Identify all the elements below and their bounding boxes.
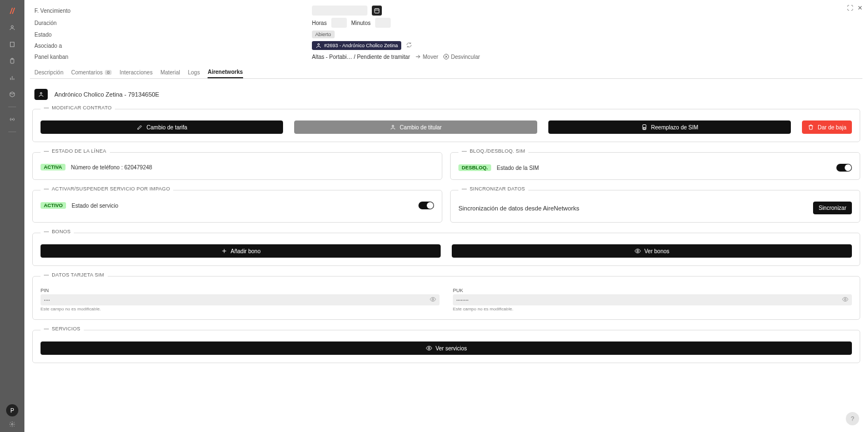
sync-text: Sincronización de datos desde AireNetwor… xyxy=(458,205,579,212)
minutos-input[interactable] xyxy=(375,18,391,28)
logo: // xyxy=(10,7,14,16)
tab-descripcion[interactable]: Descripción xyxy=(34,67,63,78)
estado-linea-text: Número de teléfono : 620479248 xyxy=(71,164,152,170)
vencimiento-input[interactable] xyxy=(312,6,367,16)
tab-comentarios[interactable]: Comentarios 0 xyxy=(71,67,112,78)
nav-users-icon[interactable] xyxy=(8,23,17,32)
tab-logs[interactable]: Logs xyxy=(188,67,200,78)
sync-button[interactable]: Sincronizar xyxy=(813,202,852,214)
desvincular-link[interactable]: Desvincular xyxy=(443,53,480,60)
svg-point-24 xyxy=(432,299,434,300)
collapse-icon[interactable]: — xyxy=(44,105,49,110)
card-sync: — SINCRONIZAR DATOS Sincronización de da… xyxy=(450,190,860,223)
tab-comentarios-count: 0 xyxy=(105,70,112,75)
nav-clipboard-icon[interactable] xyxy=(8,57,17,66)
horas-label: Horas xyxy=(312,20,327,26)
puk-input xyxy=(456,297,842,303)
svg-point-17 xyxy=(41,93,42,94)
asociado-label: Asociado a xyxy=(34,43,312,49)
svg-rect-1 xyxy=(11,42,14,47)
row-asociado: Asociado a #2693 - Andrónico Cholico Zet… xyxy=(34,40,862,51)
svg-rect-11 xyxy=(375,9,379,13)
nav-divider xyxy=(8,107,16,107)
view-bonos-label: Ver bonos xyxy=(644,248,669,254)
vencimiento-label: F. Vencimiento xyxy=(34,8,312,14)
add-bono-label: Añadir bono xyxy=(231,248,261,254)
collapse-icon[interactable]: — xyxy=(44,148,49,154)
suspender-text: Estado del servicio xyxy=(72,203,118,209)
sidebar: // P xyxy=(0,0,24,432)
window-controls: ⛶ ✕ xyxy=(847,4,862,12)
card-title-text: ACTIVAR/SUSPENDER SERVICIO POR IMPAGO xyxy=(52,186,170,192)
nav-building-icon[interactable] xyxy=(8,40,17,49)
view-bonos-button[interactable]: Ver bonos xyxy=(452,244,852,258)
gear-icon[interactable] xyxy=(8,420,17,429)
asociado-chip[interactable]: #2693 - Andrónico Cholico Zetina xyxy=(312,41,401,50)
eye-icon[interactable] xyxy=(842,296,849,304)
close-icon[interactable]: ✕ xyxy=(857,4,862,12)
card-title-text: SERVICIOS xyxy=(52,326,80,331)
mover-link[interactable]: Mover xyxy=(415,53,438,60)
reemplazo-sim-label: Reemplazo de SIM xyxy=(651,124,698,130)
refresh-icon[interactable] xyxy=(406,42,412,49)
collapse-icon[interactable]: — xyxy=(462,148,467,154)
puk-field: PUK Este campo no es modificable. xyxy=(453,288,852,312)
collapse-icon[interactable]: — xyxy=(462,186,467,192)
user-avatar[interactable]: P xyxy=(6,404,18,416)
svg-point-13 xyxy=(318,44,320,46)
collapse-icon[interactable]: — xyxy=(44,272,49,278)
view-servicios-button[interactable]: Ver servicios xyxy=(41,341,852,355)
card-title-text: MODIFICAR CONTRATO xyxy=(52,105,112,110)
duracion-label: Duración xyxy=(34,20,312,26)
collapse-icon[interactable]: — xyxy=(44,326,49,331)
help-bubble[interactable]: ? xyxy=(846,412,859,425)
eye-icon[interactable] xyxy=(430,296,436,304)
card-servicios: — SERVICIOS Ver servicios xyxy=(32,330,860,363)
add-bono-button[interactable]: Añadir bono xyxy=(41,244,441,258)
nav-broadcast-icon[interactable] xyxy=(8,115,17,124)
bloq-toggle[interactable] xyxy=(836,164,852,172)
tabs: Descripción Comentarios 0 Interacciones … xyxy=(30,67,862,79)
svg-point-9 xyxy=(12,119,13,120)
pin-input xyxy=(44,297,430,303)
svg-point-18 xyxy=(392,125,394,127)
tab-material[interactable]: Material xyxy=(160,67,180,78)
dar-baja-button[interactable]: Dar de baja xyxy=(802,120,852,134)
horas-input[interactable] xyxy=(331,18,347,28)
nav-box-icon[interactable] xyxy=(8,90,17,99)
tab-airenetworks[interactable]: Airenetworks xyxy=(208,67,243,78)
pin-label: PIN xyxy=(41,288,440,293)
calendar-icon[interactable] xyxy=(372,6,382,16)
desvincular-text: Desvincular xyxy=(451,54,480,60)
minutos-label: Minutos xyxy=(351,20,371,26)
customer-icon xyxy=(34,89,48,100)
collapse-icon[interactable]: — xyxy=(44,186,49,192)
suspender-badge: ACTIVO xyxy=(41,202,66,209)
collapse-icon[interactable]: — xyxy=(44,229,49,234)
card-suspender: — ACTIVAR/SUSPENDER SERVICIO POR IMPAGO … xyxy=(32,190,442,223)
tab-comentarios-label: Comentarios xyxy=(71,69,103,76)
row-duracion: Duración Horas Minutos xyxy=(34,17,862,29)
view-servicios-label: Ver servicios xyxy=(436,345,467,351)
reemplazo-sim-button[interactable]: Reemplazo de SIM xyxy=(548,120,791,134)
card-bloq-sim: — BLOQ./DESBLOQ. SIM DESBLOQ. Estado de … xyxy=(450,152,860,180)
tab-interacciones[interactable]: Interacciones xyxy=(119,67,152,78)
nav-chart-icon[interactable] xyxy=(8,73,17,82)
card-title-text: BONOS xyxy=(52,229,70,234)
cambio-titular-button[interactable]: Cambio de titular xyxy=(294,120,537,134)
estado-badge: Abierto xyxy=(312,31,335,38)
card-sim-data: — DATOS TARJETA SIM PIN Este campo no es… xyxy=(32,276,860,320)
svg-rect-20 xyxy=(644,128,645,129)
puk-label: PUK xyxy=(453,288,852,293)
card-modificar-contrato: — MODIFICAR CONTRATO Cambio de tarifa Ca… xyxy=(32,109,860,142)
svg-point-26 xyxy=(428,348,430,349)
suspender-toggle[interactable] xyxy=(418,202,434,209)
puk-hint: Este campo no es modificable. xyxy=(453,307,852,312)
bloq-text: Estado de la SIM xyxy=(497,165,539,171)
expand-icon[interactable]: ⛶ xyxy=(847,4,853,12)
customer-name: Andrónico Cholico Zetina - 79134650E xyxy=(54,91,159,98)
bloq-badge: DESBLOQ. xyxy=(458,164,491,171)
form-area: F. Vencimiento Duración Horas Minutos Es… xyxy=(30,0,862,62)
card-bonos: — BONOS Añadir bono Ver bonos xyxy=(32,233,860,266)
cambio-tarifa-button[interactable]: Cambio de tarifa xyxy=(41,120,283,134)
